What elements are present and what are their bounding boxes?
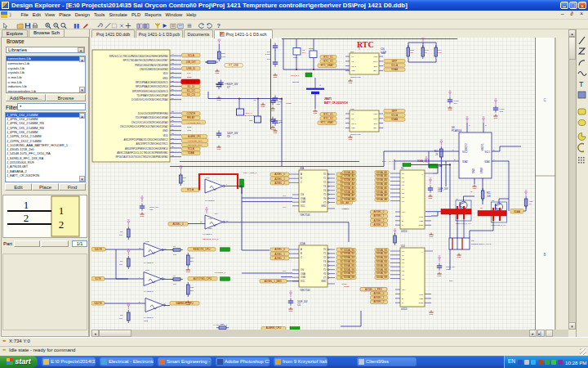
- svg-text:RP16/DA3/T3CK/T6CK/CTED2/VCN8/: RP16/DA3/T3CK/T6CK/CTED2/VCN8/PMD3/RB2: [115, 155, 167, 159]
- svg-text:AXSEL_0: AXSEL_0: [373, 210, 384, 213]
- svg-text:74HCT240: 74HCT240: [144, 262, 154, 264]
- svg-text:10K: 10K: [302, 52, 306, 54]
- svg-text:GND: GND: [472, 168, 475, 173]
- svg-text:USB_DET: USB_DET: [186, 61, 196, 64]
- svg-text:U12: U12: [350, 108, 354, 110]
- svg-text:Y1: Y1: [323, 177, 327, 180]
- svg-text:16K: 16K: [173, 254, 177, 255]
- svg-text:S3GA_A4: S3GA_A4: [344, 182, 355, 186]
- svg-text:VCC: VCC: [301, 280, 305, 283]
- svg-text:ADSEL_1_MED: ADSEL_1_MED: [265, 280, 283, 283]
- svg-text:2: 2: [24, 212, 29, 224]
- svg-text:VEE: VEE: [419, 220, 423, 222]
- svg-text:(17): (17): [283, 195, 286, 197]
- svg-text:S3GA_A3: S3GA_A3: [376, 178, 388, 182]
- svg-text:GND: GND: [438, 275, 442, 276]
- svg-text:S3GA_B1: S3GA_B1: [344, 249, 355, 252]
- svg-text:RTC_X2: RTC_X2: [323, 60, 333, 63]
- svg-text:S4UTE: S4UTE: [95, 248, 103, 251]
- svg-text:MFP: MFP: [392, 110, 397, 113]
- svg-text:Y3: Y3: [323, 185, 327, 188]
- svg-text:C11: C11: [297, 303, 301, 307]
- svg-text:AUTOTED_CPU: AUTOTED_CPU: [194, 277, 212, 280]
- svg-text:PCA9544: PCA9544: [452, 129, 461, 132]
- svg-text:S3GA_B6: S3GA_B6: [344, 268, 355, 272]
- svg-text:TDO/PMA8/CN34/CHG13/RA8: TDO/PMA8/CN34/CHG13/RA8: [136, 116, 168, 119]
- svg-text:SW082: SW082: [292, 81, 300, 83]
- svg-text:S4UTE: S4UTE: [94, 302, 102, 305]
- svg-text:C18: C18: [267, 58, 271, 61]
- svg-text:GND: GND: [429, 197, 433, 199]
- svg-text:C7: C7: [227, 86, 230, 89]
- svg-text:GND: GND: [186, 271, 190, 272]
- svg-text:C31: C31: [277, 103, 281, 105]
- svg-text:GND: GND: [430, 313, 434, 315]
- svg-text:74HCT240: 74HCT240: [203, 233, 212, 236]
- svg-text:GND: GND: [163, 129, 167, 132]
- svg-text:S3GA_A6: S3GA_A6: [344, 191, 355, 194]
- svg-text:F7_USB: F7_USB: [229, 64, 238, 67]
- svg-text:SCL: SCL: [374, 65, 378, 67]
- svg-text:Y2: Y2: [323, 181, 327, 184]
- svg-text:RTC_X2: RTC_X2: [323, 117, 333, 120]
- svg-text:10K: 10K: [119, 263, 123, 265]
- svg-text:GND: GND: [261, 105, 265, 107]
- svg-text:B: B: [543, 253, 546, 257]
- svg-text:U8A: U8A: [300, 167, 304, 170]
- svg-text:U9B: U9B: [145, 240, 149, 242]
- svg-text:P2N60KB_3_TH: P2N60KB_3_TH: [456, 222, 471, 225]
- svg-text:AXSEL_1_PRV: AXSEL_1_PRV: [365, 288, 382, 291]
- svg-text:ALARM_CPU: ALARM_CPU: [188, 135, 201, 138]
- svg-text:1.0UF: 1.0UF: [265, 53, 270, 56]
- svg-text:R29: R29: [220, 323, 225, 325]
- svg-text:S3GA_B3: S3GA_B3: [376, 256, 388, 259]
- svg-text:C9: C9: [227, 135, 230, 138]
- svg-text:RP20/PMA4/CHG9/CN25/RC4: RP20/PMA4/CHG9/CN25/RC4: [136, 85, 168, 88]
- svg-text:1: 1: [24, 199, 29, 211]
- svg-text:MCP7940N: MCP7940N: [350, 133, 361, 136]
- svg-text:S3GA_B2: S3GA_B2: [344, 252, 355, 255]
- svg-text:RTC_B_T: RTC_B_T: [291, 74, 300, 77]
- svg-text:RTC_X1: RTC_X1: [323, 113, 333, 116]
- svg-text:SCLA: SCLA: [187, 188, 194, 191]
- svg-text:100L: 100L: [221, 56, 226, 58]
- svg-text:SCLA: SCLA: [391, 114, 398, 117]
- svg-text:OGA: OGA: [301, 197, 305, 200]
- svg-text:JBAT1: JBAT1: [324, 97, 332, 101]
- svg-text:GND: GND: [187, 76, 192, 79]
- svg-text:A: A: [301, 248, 302, 251]
- svg-text:S3GA_B5: S3GA_B5: [344, 264, 355, 267]
- svg-text:S3GA_A1: S3GA_A1: [344, 171, 355, 174]
- svg-text:+: +: [319, 83, 321, 87]
- svg-text:GND: GND: [140, 215, 145, 217]
- svg-text:RELAY: RELAY: [187, 116, 195, 119]
- svg-text:Y0: Y0: [323, 248, 327, 251]
- svg-text:Y0: Y0: [323, 173, 327, 176]
- svg-text:AXSEL_2: AXSEL_2: [373, 300, 384, 303]
- svg-text:INH: INH: [402, 211, 406, 213]
- svg-text:U9C: U9C: [145, 269, 149, 271]
- svg-text:AN12/RP15/PMACK1/CN5/CHG16/N8/: AN12/RP15/PMACK1/CN5/CHG16/N8/C2: [124, 138, 168, 141]
- svg-text:C: C: [301, 181, 302, 184]
- svg-text:VEE: VEE: [419, 298, 423, 300]
- svg-text:C23: C23: [279, 98, 283, 101]
- svg-text:SD_DO: SD_DO: [187, 89, 196, 92]
- svg-text:20K: 20K: [190, 260, 194, 262]
- svg-text:AUTOTED_CPU: AUTOTED_CPU: [187, 140, 203, 142]
- svg-text:DO0/C3/CN3/RP9/REF/RB4: DO0/C3/CN3/RP9/REF/RB4: [138, 112, 168, 115]
- svg-text:S3GA_A1: S3GA_A1: [376, 171, 388, 174]
- svg-text:10UF_16V: 10UF_16V: [297, 300, 308, 303]
- svg-text:RTC_VBAT: RTC_VBAT: [321, 64, 334, 67]
- svg-text:INH: INH: [402, 289, 406, 291]
- svg-text:GND: GND: [163, 77, 167, 80]
- svg-text:REMOTE_CPU: REMOTE_CPU: [188, 144, 203, 146]
- svg-text:VDD: VDD: [163, 134, 167, 137]
- svg-text:74HCT540: 74HCT540: [300, 213, 310, 217]
- svg-text:U9F: U9F: [206, 177, 210, 178]
- svg-text:SDA2: SDA2: [462, 160, 468, 164]
- svg-text:SCL2: SCL2: [462, 150, 468, 154]
- svg-text:S3GA_A7: S3GA_A7: [376, 194, 388, 197]
- svg-text:S3GA_A8: S3GA_A8: [376, 198, 388, 201]
- svg-text:MFP: MFP: [373, 118, 377, 119]
- svg-text:OGA: OGA: [301, 272, 305, 276]
